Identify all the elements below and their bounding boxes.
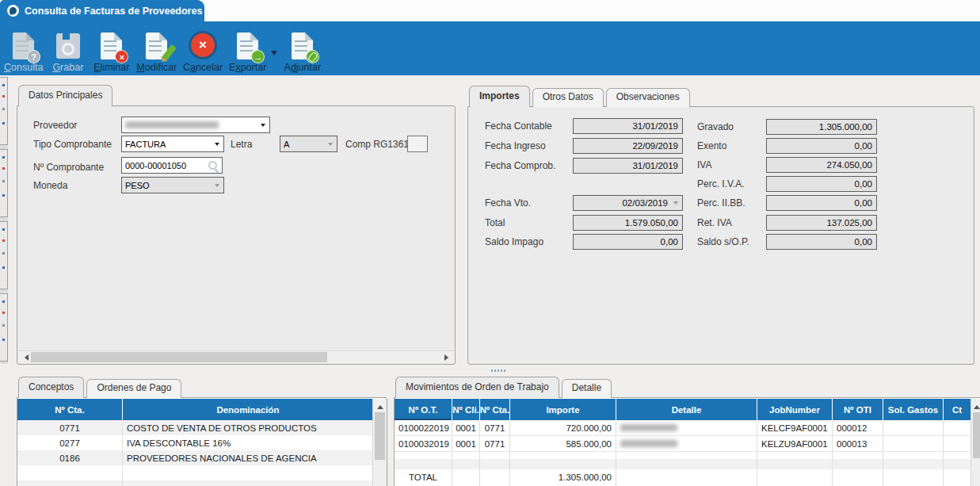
tab-otros-datos[interactable]: Otros Datos (532, 88, 604, 107)
tab-movimientos-ot[interactable]: Movimientos de Orden de Trabajo (395, 377, 559, 398)
grabar-label: Grabar (52, 62, 83, 73)
movimientos-header-row: Nº O.T. Nº Cli. Nº Cta. Importe Detalle … (395, 399, 970, 420)
ret-iva-label: Ret. IVA (697, 217, 732, 228)
grabar-button[interactable]: Grabar (49, 33, 86, 73)
tipo-comprobante-label: Tipo Comprobante (33, 139, 112, 150)
window-title-tab[interactable]: Consulta de Facturas de Proveedores (0, 0, 204, 21)
total-row: TOTAL 1.305.000,00 (395, 469, 970, 484)
cancelar-label: Cancelar (183, 62, 223, 73)
scrollbar-thumb[interactable] (973, 412, 980, 458)
nro-comprobante-input[interactable]: 0000-00001050 (121, 157, 223, 174)
horizontal-scrollbar[interactable] (18, 350, 454, 363)
table-row[interactable]: 0277 IVA DESCONTABLE 16% (17, 435, 373, 450)
scroll-left-button[interactable] (18, 354, 31, 361)
gravado-field[interactable]: 1.305.000,00 (766, 119, 877, 135)
search-icon[interactable] (208, 160, 219, 171)
consulta-button[interactable]: ? Consulta (4, 33, 43, 73)
moneda-select[interactable]: PESO (121, 177, 224, 193)
exportar-button[interactable]: → Exportar (229, 33, 266, 73)
saldo-sop-field[interactable]: 0,00 (766, 234, 877, 250)
nro-comprobante-label: Nº Comprobante (33, 162, 104, 173)
adjuntar-button[interactable]: Adjuntar (284, 33, 321, 73)
empty-row (17, 465, 373, 480)
vertical-scrollbar[interactable] (372, 399, 387, 486)
ret-iva-field[interactable]: 137.025,00 (766, 215, 877, 231)
perc-iibb-label: Perc. II.BB. (697, 197, 745, 209)
modificar-button[interactable]: Modificar (136, 33, 177, 73)
docked-palette-group[interactable] (0, 77, 8, 145)
tipo-comprobante-select[interactable]: FACTURA (121, 136, 224, 152)
tab-conceptos[interactable]: Conceptos (18, 377, 84, 398)
scrollbar-thumb[interactable] (31, 352, 327, 362)
vertical-scrollbar[interactable] (970, 399, 980, 486)
empty-row (17, 480, 373, 486)
iva-field[interactable]: 274.050,00 (766, 157, 877, 173)
docked-palette-group[interactable] (0, 149, 8, 217)
proveedor-label: Proveedor (33, 120, 77, 131)
cancel-circle-icon: × (189, 31, 217, 59)
letra-label: Letra (231, 139, 252, 150)
docked-palette-group[interactable] (0, 221, 8, 289)
document-edit-icon (146, 33, 167, 59)
column-header-sol-gastos[interactable]: Sol. Gastos (883, 399, 944, 420)
gravado-label: Gravado (697, 121, 734, 132)
scroll-up-button[interactable] (971, 399, 980, 412)
conceptos-panel: Conceptos Ordenes de Pago Nº Cta. Denomi… (17, 377, 387, 486)
up-arrow-icon (377, 402, 383, 409)
moneda-label: Moneda (33, 180, 67, 191)
column-header-ot[interactable]: Nº O.T. (395, 399, 452, 420)
up-arrow-icon (974, 402, 980, 409)
exportar-dropdown-arrow-icon[interactable] (271, 51, 277, 59)
eliminar-label: Eliminar (93, 62, 129, 73)
column-header-cta[interactable]: Nº Cta. (17, 399, 123, 420)
scroll-right-button[interactable] (441, 354, 454, 361)
splitter-grip[interactable] (491, 369, 505, 372)
saldo-sop-label: Saldo s/O.P. (697, 236, 749, 247)
column-header-denominacion[interactable]: Denominación (123, 399, 373, 420)
column-header-ct[interactable]: Ct (944, 399, 970, 420)
scrollbar-thumb[interactable] (375, 412, 385, 460)
empty-row (395, 452, 970, 459)
proveedor-select[interactable] (121, 117, 270, 133)
table-row[interactable]: 0771 COSTO DE VENTA DE OTROS PRODUCTOS (17, 420, 373, 435)
exento-field[interactable]: 0,00 (766, 138, 877, 154)
docked-palette-group[interactable] (0, 293, 8, 362)
tab-detalle[interactable]: Detalle (562, 379, 612, 398)
tab-datos-principales[interactable]: Datos Principales (18, 85, 112, 106)
table-row[interactable]: 0100032019 0001 0771 585.000,00 KELZU9AF… (395, 436, 970, 452)
column-header-cli[interactable]: Nº Cli. (452, 399, 480, 420)
chevron-down-icon (261, 124, 265, 129)
comp-rg1361-field[interactable] (407, 136, 428, 152)
tab-ordenes-de-pago[interactable]: Ordenes de Pago (86, 379, 181, 398)
column-header-cta[interactable]: Nº Cta. (480, 399, 510, 420)
saldo-impago-field[interactable]: 0,00 (573, 234, 683, 250)
fecha-comprob-field[interactable]: 31/01/2019 (573, 158, 683, 174)
scroll-up-button[interactable] (373, 399, 387, 412)
docked-palette-strip (0, 77, 8, 364)
chevron-down-icon (673, 201, 678, 207)
tab-importes[interactable]: Importes (469, 86, 530, 107)
column-header-jobnumber[interactable]: JobNumber (757, 399, 833, 420)
fecha-contable-field[interactable]: 31/01/2019 (573, 118, 683, 134)
column-header-oti[interactable]: Nº OTI (833, 399, 883, 420)
column-header-importe[interactable]: Importe (510, 399, 616, 420)
datos-principales-panel: Datos Principales Proveedor Tipo Comprob… (17, 85, 456, 365)
floppy-disk-icon (56, 33, 80, 59)
iva-label: IVA (697, 159, 711, 170)
cancelar-button[interactable]: × Cancelar (183, 31, 223, 73)
eliminar-button[interactable]: × Eliminar (93, 33, 130, 73)
left-arrow-icon (21, 354, 29, 361)
table-row[interactable]: 0186 PROVEEDORES NACIONALES DE AGENCIA (17, 450, 373, 465)
perc-iibb-field[interactable]: 0,00 (766, 195, 877, 211)
total-field[interactable]: 1.579.050,00 (573, 215, 683, 231)
letra-select[interactable]: A (280, 136, 337, 152)
table-row[interactable]: 0100022019 0001 0771 720.000,00 KELCF9AF… (395, 420, 970, 436)
total-label: Total (485, 217, 505, 228)
perc-iva-field[interactable]: 0,00 (766, 176, 877, 192)
total-value: 1.305.000,00 (510, 469, 616, 484)
adjuntar-label: Adjuntar (284, 62, 322, 73)
fecha-ingreso-field[interactable]: 22/09/2019 (573, 138, 683, 154)
tab-observaciones[interactable]: Observaciones (606, 88, 690, 107)
column-header-detalle[interactable]: Detalle (616, 399, 757, 420)
fecha-vto-field[interactable]: 02/03/2019 (573, 195, 683, 211)
